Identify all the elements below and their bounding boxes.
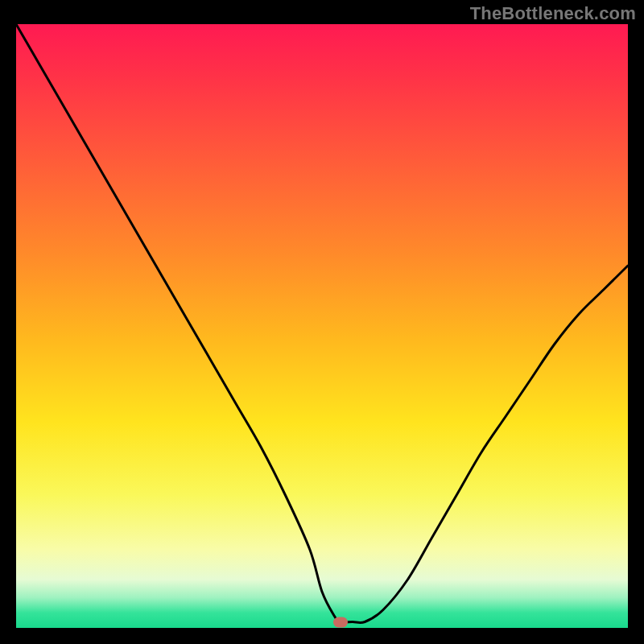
optimum-marker [333,617,348,627]
chart-stage: TheBottleneck.com [0,0,644,644]
watermark-text: TheBottleneck.com [470,3,636,24]
bottleneck-curve [16,24,628,628]
plot-area [16,24,628,628]
